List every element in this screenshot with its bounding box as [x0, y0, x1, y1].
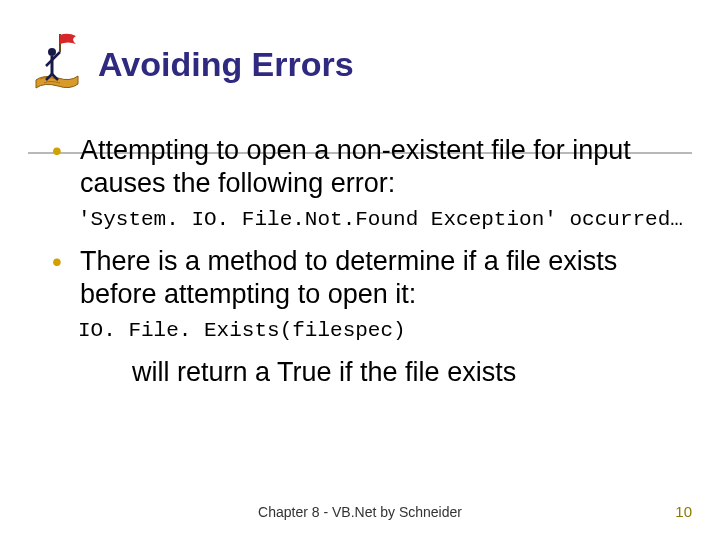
slide-title: Avoiding Errors	[98, 45, 354, 84]
footer-text: Chapter 8 - VB.Net by Schneider	[258, 504, 462, 520]
slide-content: Attempting to open a non-existent file f…	[0, 100, 720, 389]
bullet-subtext: will return a True if the file exists	[132, 356, 676, 389]
slide: Avoiding Errors Attempting to open a non…	[0, 0, 720, 540]
bullet-list: Attempting to open a non-existent file f…	[52, 134, 676, 389]
page-number: 10	[675, 503, 692, 520]
bullet-item: There is a method to determine if a file…	[52, 245, 676, 311]
slide-footer: Chapter 8 - VB.Net by Schneider	[0, 504, 720, 520]
code-line: IO. File. Exists(filespec)	[78, 319, 676, 342]
code-line: 'System. IO. File.Not.Found Exception' o…	[78, 208, 676, 231]
bullet-text: There is a method to determine if a file…	[80, 246, 617, 309]
flag-on-carpet-icon	[28, 28, 86, 100]
bullet-text: Attempting to open a non-existent file f…	[80, 135, 631, 198]
slide-header: Avoiding Errors	[0, 0, 720, 100]
bullet-item: Attempting to open a non-existent file f…	[52, 134, 676, 200]
svg-point-0	[48, 48, 56, 56]
